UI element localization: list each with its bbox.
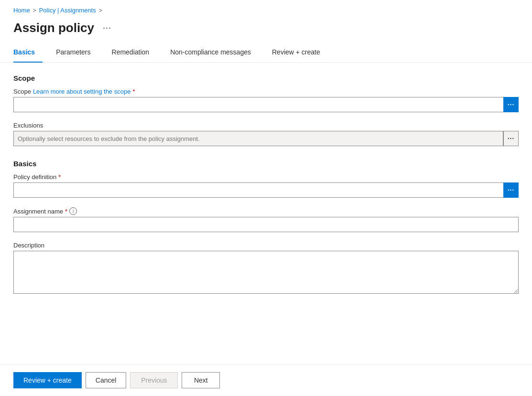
tab-parameters[interactable]: Parameters <box>54 43 98 63</box>
previous-button: Previous <box>130 372 178 388</box>
policy-definition-field-group: Policy definition * ··· <box>13 173 519 198</box>
exclusions-ellipsis-icon: ··· <box>508 135 515 142</box>
scope-field-group: Scope Learn more about setting the scope… <box>13 88 519 112</box>
exclusions-field-group: Exclusions ··· <box>13 122 519 146</box>
policy-definition-label: Policy definition * <box>13 173 519 181</box>
basics-section: Basics Policy definition * ··· Assignmen… <box>13 160 519 295</box>
assignment-name-input[interactable] <box>13 217 519 232</box>
more-options-button[interactable]: ··· <box>100 22 114 34</box>
policy-definition-browse-button[interactable]: ··· <box>503 182 519 198</box>
assignment-name-required: * <box>65 208 67 215</box>
policy-def-ellipsis-icon: ··· <box>508 186 515 194</box>
exclusions-input[interactable] <box>13 131 503 146</box>
scope-section: Scope Scope Learn more about setting the… <box>13 74 519 146</box>
description-input[interactable] <box>13 251 519 294</box>
exclusions-label: Exclusions <box>13 122 519 129</box>
policy-definition-required: * <box>58 173 61 181</box>
scope-section-title: Scope <box>13 74 519 82</box>
scope-input-row: ··· <box>13 97 519 112</box>
tab-remediation[interactable]: Remediation <box>110 43 157 63</box>
scope-browse-button[interactable]: ··· <box>503 97 519 112</box>
assignment-name-field-group: Assignment name * i <box>13 207 519 232</box>
page-title: Assign policy <box>13 21 94 35</box>
breadcrumb-home[interactable]: Home <box>13 7 30 14</box>
footer: Review + create Cancel Previous Next <box>0 364 532 396</box>
ellipsis-icon: ··· <box>508 101 515 108</box>
breadcrumb-policy-assignments[interactable]: Policy | Assignments <box>39 7 96 14</box>
description-label: Description <box>13 242 519 249</box>
cancel-button[interactable]: Cancel <box>86 372 127 388</box>
tab-non-compliance-messages[interactable]: Non-compliance messages <box>168 43 259 63</box>
tab-basics[interactable]: Basics <box>13 43 43 63</box>
page-header: Assign policy ··· <box>0 19 532 43</box>
basics-section-title: Basics <box>13 160 519 168</box>
review-create-button[interactable]: Review + create <box>13 372 82 388</box>
breadcrumb: Home > Policy | Assignments > <box>0 0 532 19</box>
scope-learn-link[interactable]: Learn more about setting the scope <box>33 88 131 95</box>
exclusions-browse-button[interactable]: ··· <box>503 131 519 146</box>
assignment-name-info-icon: i <box>69 207 77 215</box>
scope-input[interactable] <box>13 97 503 112</box>
scope-label: Scope Learn more about setting the scope… <box>13 88 519 95</box>
description-field-group: Description <box>13 242 519 295</box>
breadcrumb-separator-1: > <box>33 7 36 14</box>
tab-review-create[interactable]: Review + create <box>270 43 328 63</box>
main-content: Scope Scope Learn more about setting the… <box>0 63 532 353</box>
assignment-name-label: Assignment name * i <box>13 207 519 215</box>
breadcrumb-separator-2: > <box>99 7 102 14</box>
policy-definition-input-row: ··· <box>13 182 519 198</box>
exclusions-input-row: ··· <box>13 131 519 146</box>
policy-definition-input[interactable] <box>13 182 503 198</box>
next-button[interactable]: Next <box>182 372 220 388</box>
tabs-bar: Basics Parameters Remediation Non-compli… <box>0 43 532 63</box>
scope-required: * <box>132 88 135 95</box>
